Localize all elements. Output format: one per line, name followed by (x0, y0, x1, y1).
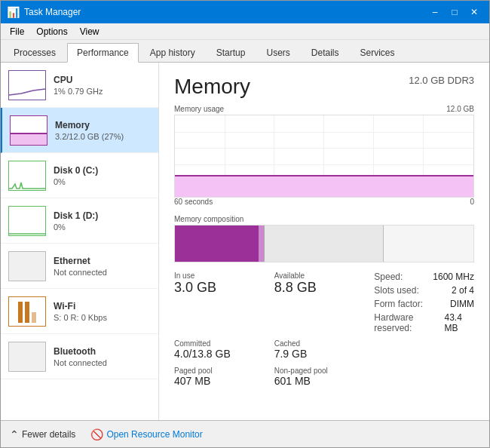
stats-row-3: Paged pool 407 MB Non-paged pool 601 MB (174, 367, 474, 388)
detail-header: Memory 12.0 GB DDR3 (174, 75, 474, 99)
chart-time-start: 60 seconds (174, 198, 213, 206)
hw-reserved-row: Hardware reserved: 43.4 MB (374, 312, 474, 333)
stat-available: Available 8.8 GB (274, 272, 375, 333)
chevron-up-icon: ⌃ (10, 428, 19, 440)
sidebar-item-bluetooth[interactable]: Bluetooth Not connected (1, 334, 158, 379)
menu-view[interactable]: View (74, 25, 106, 38)
ethernet-info: Ethernet Not connected (54, 256, 107, 277)
open-resource-monitor-label[interactable]: Open Resource Monitor (106, 429, 202, 440)
detail-panel: Memory 12.0 GB DDR3 Memory usage 12.0 GB (159, 63, 489, 420)
window-controls: – □ ✕ (426, 5, 483, 20)
sidebar-item-wifi[interactable]: Wi-Fi S: 0 R: 0 Kbps (1, 289, 158, 334)
task-manager-window: 📊 Task Manager – □ ✕ File Options View P… (0, 0, 490, 448)
disk1-mini-chart (8, 206, 46, 236)
cpu-mini-chart (8, 70, 46, 100)
close-button[interactable]: ✕ (465, 5, 483, 20)
detail-subtitle: 12.0 GB DDR3 (409, 75, 474, 86)
maximize-button[interactable]: □ (446, 5, 464, 20)
cpu-label: CPU (54, 75, 103, 85)
chart-time-row: 60 seconds 0 (174, 198, 474, 206)
app-icon: 📊 (7, 6, 20, 18)
memory-label: Memory (55, 120, 124, 130)
bluetooth-mini-chart (8, 342, 46, 372)
open-resource-monitor-button[interactable]: 🚫 Open Resource Monitor (90, 428, 202, 440)
chart-label-row: Memory usage 12.0 GB (174, 105, 474, 113)
menu-options[interactable]: Options (30, 25, 73, 38)
bluetooth-label: Bluetooth (54, 346, 107, 357)
sidebar-item-disk0[interactable]: Disk 0 (C:) 0% (1, 153, 158, 198)
hw-reserved-label: Hardware reserved: (374, 312, 444, 333)
stat-paged-pool: Paged pool 407 MB (174, 367, 274, 388)
fewer-details-button[interactable]: ⌃ Fewer details (10, 428, 75, 440)
menu-bar: File Options View (1, 23, 489, 40)
cpu-value: 1% 0.79 GHz (54, 87, 103, 96)
stat-non-paged-pool: Non-paged pool 601 MB (274, 367, 375, 388)
main-content: CPU 1% 0.79 GHz Memory 3.2/12.0 GB (27%) (1, 63, 489, 420)
ethernet-value: Not connected (54, 268, 107, 277)
tab-details[interactable]: Details (302, 43, 349, 62)
slots-value: 2 of 4 (452, 285, 474, 296)
committed-value: 4.0/13.8 GB (174, 348, 274, 361)
comp-modified (259, 226, 265, 262)
committed-label: Committed (174, 339, 274, 348)
stat-cached: Cached 7.9 GB (274, 339, 375, 361)
svg-rect-0 (9, 71, 45, 100)
tab-services[interactable]: Services (351, 43, 405, 62)
comp-in-use (175, 226, 259, 262)
footer: ⌃ Fewer details 🚫 Open Resource Monitor (1, 420, 489, 447)
bluetooth-value: Not connected (54, 358, 107, 367)
sidebar-item-ethernet[interactable]: Ethernet Not connected (1, 244, 158, 289)
paged-pool-label: Paged pool (174, 367, 274, 375)
tab-processes[interactable]: Processes (4, 43, 66, 62)
ethernet-label: Ethernet (54, 256, 107, 266)
stats-row-2: Committed 4.0/13.8 GB Cached 7.9 GB (174, 339, 474, 361)
window-title: Task Manager (24, 7, 426, 17)
stat-in-use: In use 3.0 GB (174, 272, 274, 333)
disk1-label: Disk 1 (D:) (54, 210, 98, 221)
tab-bar: Processes Performance App history Startu… (1, 40, 489, 63)
tab-startup[interactable]: Startup (207, 43, 256, 62)
tab-performance[interactable]: Performance (67, 43, 139, 63)
comp-free (384, 226, 473, 262)
speed-label: Speed: (374, 272, 403, 282)
memory-usage-label: Memory usage (174, 105, 224, 113)
disk1-info: Disk 1 (D:) 0% (54, 210, 98, 232)
in-use-label: In use (174, 272, 274, 280)
title-bar: 📊 Task Manager – □ ✕ (1, 1, 489, 23)
minimize-button[interactable]: – (426, 5, 444, 20)
sidebar: CPU 1% 0.79 GHz Memory 3.2/12.0 GB (27%) (1, 63, 159, 420)
speed-row: Speed: 1600 MHz (374, 272, 474, 282)
disk0-value: 0% (54, 177, 98, 186)
svg-rect-2 (9, 207, 45, 235)
available-label: Available (274, 272, 375, 280)
tab-users[interactable]: Users (256, 43, 299, 62)
paged-pool-value: 407 MB (174, 375, 274, 388)
sidebar-item-cpu[interactable]: CPU 1% 0.79 GHz (1, 63, 158, 108)
memory-mini-chart (10, 115, 47, 146)
memory-usage-chart-section: Memory usage 12.0 GB (174, 105, 474, 206)
composition-section: Memory composition (174, 215, 474, 262)
detail-title: Memory (174, 75, 250, 99)
stats-section: In use 3.0 GB Available 8.8 GB Speed: 16… (174, 272, 474, 394)
disk0-mini-chart (8, 161, 46, 191)
stat-committed: Committed 4.0/13.8 GB (174, 339, 274, 361)
slots-label: Slots used: (374, 285, 418, 296)
wifi-label: Wi-Fi (54, 301, 107, 311)
memory-max-label: 12.0 GB (446, 105, 474, 113)
cpu-info: CPU 1% 0.79 GHz (54, 75, 103, 96)
menu-file[interactable]: File (4, 25, 30, 38)
wifi-value: S: 0 R: 0 Kbps (54, 313, 107, 322)
stats-row-1: In use 3.0 GB Available 8.8 GB Speed: 16… (174, 272, 474, 333)
form-row: Form factor: DIMM (374, 299, 474, 309)
sidebar-item-memory[interactable]: Memory 3.2/12.0 GB (27%) (1, 108, 158, 153)
comp-standby (265, 226, 384, 262)
sidebar-item-disk1[interactable]: Disk 1 (D:) 0% (1, 198, 158, 244)
wifi-info: Wi-Fi S: 0 R: 0 Kbps (54, 301, 107, 322)
tab-app-history[interactable]: App history (140, 43, 205, 62)
non-paged-pool-value: 601 MB (274, 375, 375, 388)
wifi-mini-chart (8, 296, 46, 327)
in-use-value: 3.0 GB (174, 280, 274, 296)
no-access-icon: 🚫 (90, 428, 103, 440)
slots-row: Slots used: 2 of 4 (374, 285, 474, 296)
composition-label: Memory composition (174, 215, 474, 223)
